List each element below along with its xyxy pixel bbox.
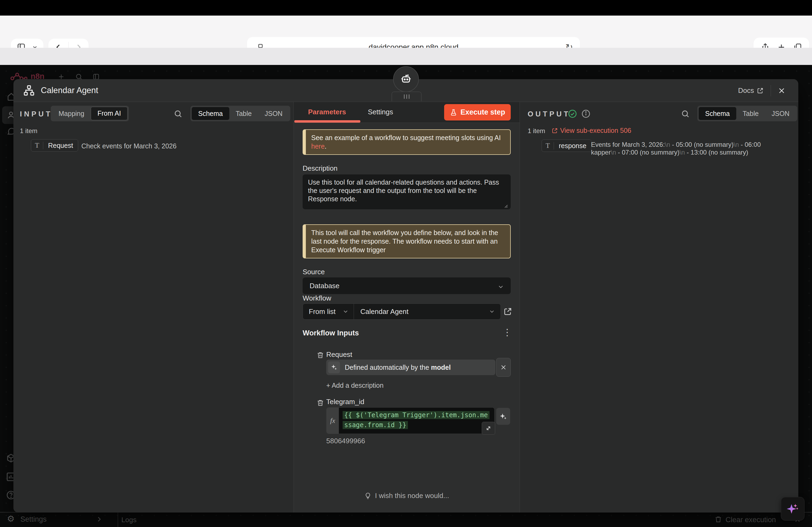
output-field-chip[interactable]: T response bbox=[541, 139, 592, 152]
parameters-tab-strip: Parameters Settings Execute step bbox=[294, 102, 520, 123]
description-textarea[interactable]: Use this tool for all calendar-related q… bbox=[303, 175, 511, 209]
expand-expression-button[interactable] bbox=[482, 422, 495, 435]
logs-divider bbox=[118, 512, 118, 527]
dialog-body: INPUT Mapping From AI Schema Table JSON … bbox=[13, 102, 798, 512]
view-json[interactable]: JSON bbox=[258, 107, 289, 120]
tab-settings[interactable]: Settings bbox=[368, 102, 393, 123]
expand-icon bbox=[485, 425, 492, 432]
workflow-mode-select[interactable]: From list bbox=[303, 304, 354, 319]
output-item-count: 1 item bbox=[528, 127, 545, 135]
menu-bar bbox=[0, 0, 812, 16]
output-field-name: response bbox=[554, 142, 591, 150]
expression-result: 5806499966 bbox=[326, 437, 365, 445]
telegram-field-label: Telegram_id bbox=[326, 398, 364, 406]
description-label: Description bbox=[303, 164, 337, 172]
resize-handle-icon[interactable] bbox=[502, 202, 509, 209]
view-table[interactable]: Table bbox=[229, 107, 258, 120]
input-mode-switch: Mapping From AI bbox=[51, 106, 129, 121]
defined-automatically-text: Defined automatically by the model bbox=[345, 364, 451, 371]
settings-gear-icon[interactable]: ⚙ bbox=[7, 514, 15, 524]
workflow-inputs-heading: Workflow Inputs bbox=[303, 329, 359, 337]
fx-icon: fx bbox=[327, 408, 339, 434]
robot-icon bbox=[399, 72, 413, 86]
output-heading: OUTPUT bbox=[528, 110, 570, 118]
request-field-label: Request bbox=[326, 350, 352, 359]
source-select[interactable]: Database bbox=[303, 277, 511, 294]
tab-underline bbox=[294, 120, 360, 123]
node-details-dialog: Calendar Agent Docs INPUT Mapping From A… bbox=[13, 79, 798, 512]
input-search-icon[interactable] bbox=[174, 109, 182, 118]
chevron-down-icon bbox=[342, 308, 349, 315]
output-field-value: Events for March 3, 2026:\n - 05:00 (no … bbox=[591, 140, 776, 156]
screen: davidcooper.app.n8n.cloud ↻ P BLUE ROOTS bbox=[0, 0, 812, 527]
clear-execution-trash-icon[interactable] bbox=[714, 515, 722, 523]
add-description-link[interactable]: + Add a description bbox=[326, 381, 383, 389]
input-field-value: Check events for March 3, 2026 bbox=[81, 142, 176, 150]
execute-step-button[interactable]: Execute step bbox=[444, 104, 511, 120]
type-string-icon: T bbox=[31, 141, 43, 149]
expression-editor[interactable]: fx {{ $('Telegram Trigger').item.json.me… bbox=[326, 407, 495, 434]
sparkles-icon bbox=[499, 412, 507, 420]
input-field-name: Request bbox=[43, 142, 78, 149]
here-link[interactable]: here bbox=[311, 142, 325, 150]
assistant-sparkle-icon bbox=[786, 502, 800, 516]
clear-execution-label[interactable]: Clear execution bbox=[726, 516, 776, 524]
browser-toolbar: davidcooper.app.n8n.cloud ↻ bbox=[0, 16, 812, 48]
example-notice: See an example of a workflow to suggest … bbox=[303, 129, 511, 155]
tool-notice: This tool will call the workflow you def… bbox=[303, 224, 511, 258]
dialog-title: Calendar Agent bbox=[41, 86, 98, 95]
input-item-count: 1 item bbox=[20, 127, 37, 135]
wish-label: I wish this node would... bbox=[375, 492, 449, 500]
view-table[interactable]: Table bbox=[736, 107, 765, 120]
wish-row[interactable]: I wish this node would... bbox=[294, 492, 520, 500]
remove-auto-button[interactable] bbox=[496, 358, 511, 377]
close-icon[interactable] bbox=[778, 87, 785, 94]
flask-icon bbox=[450, 109, 457, 116]
browser-tab-bar: P BLUE ROOTS NASDAQ openingstij... Perso… bbox=[0, 48, 812, 65]
parameters-panel: Parameters Settings Execute step See an … bbox=[294, 102, 520, 512]
ai-expression-button[interactable] bbox=[496, 408, 510, 425]
output-panel: OUTPUT Schema Table JSON 1 item View sub… bbox=[520, 102, 798, 512]
output-view-switch: Schema Table JSON bbox=[697, 106, 797, 121]
input-view-switch: Schema Table JSON bbox=[190, 106, 290, 121]
input-panel: INPUT Mapping From AI Schema Table JSON … bbox=[13, 102, 294, 512]
drag-handle[interactable] bbox=[392, 91, 422, 101]
open-workflow-icon[interactable] bbox=[503, 307, 512, 316]
source-label: Source bbox=[303, 268, 325, 276]
workflow-label: Workflow bbox=[303, 294, 331, 302]
settings-chevron-icon bbox=[96, 516, 103, 523]
info-icon[interactable] bbox=[581, 109, 591, 119]
expression-code[interactable]: {{ $('Telegram Trigger').item.json.me ss… bbox=[339, 408, 494, 434]
mode-mapping[interactable]: Mapping bbox=[52, 107, 91, 120]
settings-label[interactable]: Settings bbox=[20, 515, 47, 524]
view-schema[interactable]: Schema bbox=[192, 107, 229, 120]
chevron-down-icon bbox=[489, 308, 495, 315]
x-icon bbox=[500, 364, 507, 371]
docs-link[interactable]: Docs bbox=[738, 86, 764, 95]
tab-parameters[interactable]: Parameters bbox=[294, 102, 360, 123]
kebab-menu-icon[interactable]: ⋮ bbox=[503, 327, 512, 337]
code-line-2: ssage.from.id }} bbox=[343, 421, 408, 429]
external-link-icon bbox=[757, 87, 764, 94]
chevron-down-icon bbox=[497, 283, 504, 290]
delete-request-icon[interactable] bbox=[316, 351, 324, 359]
success-check-icon bbox=[568, 109, 577, 119]
sparkles-icon bbox=[328, 361, 340, 373]
ai-assistant-button[interactable] bbox=[781, 497, 804, 521]
subworkflow-icon bbox=[23, 85, 35, 96]
external-link-icon bbox=[552, 127, 558, 134]
mode-from-ai[interactable]: From AI bbox=[91, 107, 128, 120]
view-json[interactable]: JSON bbox=[765, 107, 796, 120]
view-sub-execution-link[interactable]: View sub-execution 506 bbox=[552, 127, 631, 134]
delete-telegram-icon[interactable] bbox=[316, 399, 324, 407]
input-field-chip[interactable]: T Request bbox=[31, 139, 78, 152]
output-search-icon[interactable] bbox=[681, 109, 690, 118]
defined-automatically-bar: Defined automatically by the model bbox=[326, 360, 495, 375]
input-heading: INPUT bbox=[20, 110, 52, 118]
workflow-name-select[interactable]: Calendar Agent bbox=[354, 304, 501, 319]
node-avatar bbox=[393, 66, 419, 92]
type-string-icon: T bbox=[542, 142, 554, 150]
logs-label[interactable]: Logs bbox=[121, 516, 136, 524]
view-schema[interactable]: Schema bbox=[699, 107, 736, 120]
header-divider bbox=[771, 85, 771, 96]
